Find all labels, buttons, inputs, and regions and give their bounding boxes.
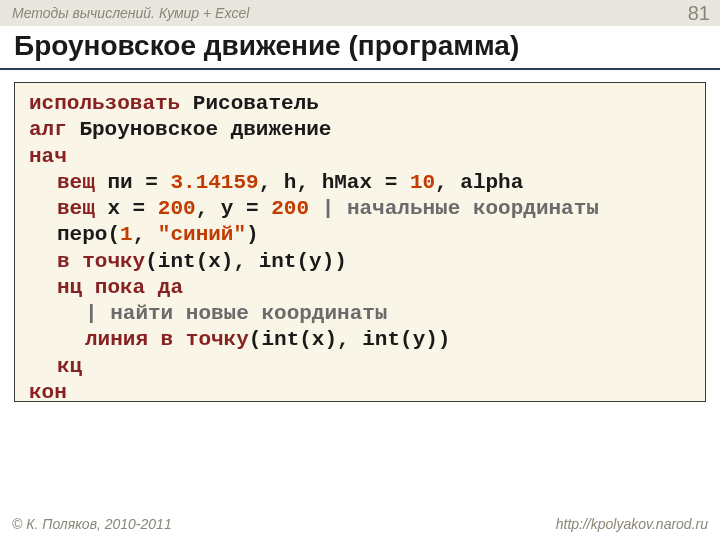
code-line: кц (29, 354, 695, 380)
code-comment: | найти новые координаты (85, 302, 387, 325)
keyword-true: да (145, 276, 183, 299)
code-text: Броуновское движение (67, 118, 332, 141)
literal-string: "синий" (158, 223, 246, 246)
code-text: ) (246, 223, 259, 246)
code-line: нц пока да (29, 275, 695, 301)
literal-number: 1 (120, 223, 133, 246)
title-underline (0, 68, 720, 70)
keyword-endloop: кц (57, 355, 82, 378)
code-text: , h, hMax = (259, 171, 410, 194)
code-line: вещ x = 200, y = 200 | начальные координ… (29, 196, 695, 222)
code-text: , y = (196, 197, 272, 220)
code-text: Рисователь (180, 92, 319, 115)
code-line: алг Броуновское движение (29, 117, 695, 143)
code-text: , (133, 223, 158, 246)
code-text: (int(x), int(y)) (249, 328, 451, 351)
keyword-begin: нач (29, 145, 67, 168)
footer-url: http://kpolyakov.narod.ru (556, 516, 708, 532)
literal-number: 200 (158, 197, 196, 220)
slide: Методы вычислений. Кумир + Excel 81 Броу… (0, 0, 720, 540)
code-text: (int(x), int(y)) (145, 250, 347, 273)
keyword-while: нц пока (57, 276, 145, 299)
keyword-use: использовать (29, 92, 180, 115)
code-line: нач (29, 144, 695, 170)
keyword-real: вещ (57, 171, 95, 194)
keyword-moveto: в точку (57, 250, 145, 273)
code-line: линия в точку(int(x), int(y)) (29, 327, 695, 353)
code-line: в точку(int(x), int(y)) (29, 249, 695, 275)
code-line: кон (29, 380, 695, 406)
copyright-text: © К. Поляков, 2010-2011 (12, 516, 172, 532)
code-line: вещ пи = 3.14159, h, hMax = 10, alpha (29, 170, 695, 196)
code-text: , alpha (435, 171, 523, 194)
page-title: Броуновское движение (программа) (14, 30, 519, 62)
literal-number: 3.14159 (170, 171, 258, 194)
code-line: использовать Рисователь (29, 91, 695, 117)
code-comment: | начальные координаты (309, 197, 599, 220)
code-text: перо( (57, 223, 120, 246)
code-text: пи = (95, 171, 171, 194)
footer: © К. Поляков, 2010-2011 http://kpolyakov… (12, 516, 708, 532)
keyword-real: вещ (57, 197, 95, 220)
code-line: | найти новые координаты (29, 301, 695, 327)
code-line: перо(1, "синий") (29, 222, 695, 248)
code-listing: использовать Рисователь алг Броуновское … (14, 82, 706, 402)
literal-number: 10 (410, 171, 435, 194)
literal-number: 200 (271, 197, 309, 220)
keyword-lineto: линия в точку (85, 328, 249, 351)
keyword-end: кон (29, 381, 67, 404)
code-text: x = (95, 197, 158, 220)
header-strip: Методы вычислений. Кумир + Excel 81 (0, 0, 720, 26)
breadcrumb: Методы вычислений. Кумир + Excel (12, 5, 249, 21)
page-number: 81 (688, 2, 710, 25)
keyword-alg: алг (29, 118, 67, 141)
